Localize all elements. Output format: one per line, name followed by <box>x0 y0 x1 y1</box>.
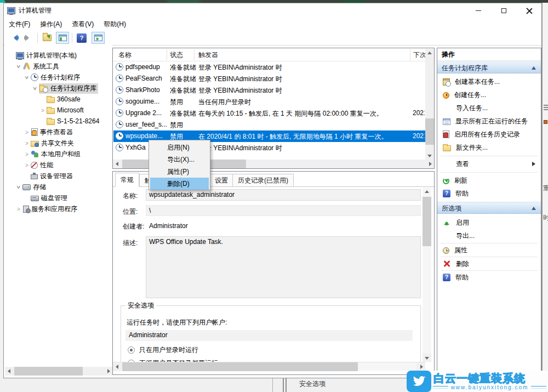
tab-settings[interactable]: 设置 <box>209 174 233 187</box>
radio-run-when-logged-on[interactable]: 只在用户登录时运行 <box>128 345 198 355</box>
back-button[interactable] <box>8 32 21 44</box>
task-row[interactable]: user_feed_s...禁用 <box>113 119 425 130</box>
column-header-name[interactable]: 名称 <box>118 50 132 60</box>
scroll-right-icon[interactable] <box>104 367 112 376</box>
chevron-down-icon[interactable] <box>31 86 39 92</box>
tree-item-computer-management[interactable]: 计算机管理(本地) <box>5 50 112 61</box>
task-row[interactable]: sogouime...禁用当任何用户登录时 <box>113 96 425 107</box>
tree-item-task-scheduler[interactable]: 任务计划程序 <box>5 72 112 83</box>
tree-item-performance[interactable]: 性能 <box>5 160 112 171</box>
tree-item-device-manager[interactable]: 设备管理器 <box>5 171 112 181</box>
chevron-right-icon[interactable] <box>15 206 22 212</box>
tree-item-360safe[interactable]: 360safe <box>5 94 112 105</box>
selected-tree-item[interactable]: 任务计划程序库 <box>39 83 98 94</box>
details-horizontal-scrollbar[interactable] <box>113 362 425 371</box>
chevron-right-icon[interactable] <box>23 151 31 157</box>
tree-item-shared-folders[interactable]: 共享文件夹 <box>5 138 112 149</box>
action-delete[interactable]: 删除 <box>437 257 541 270</box>
chevron-down-icon[interactable] <box>23 75 31 81</box>
chevron-right-icon[interactable] <box>23 129 31 135</box>
chevron-down-icon[interactable] <box>15 64 22 70</box>
tree-item-system-tools[interactable]: 系统工具 <box>5 61 112 72</box>
show-console-tree-button[interactable] <box>56 32 69 44</box>
tree-item-event-viewer[interactable]: 事件查看器 <box>5 127 112 138</box>
tree-item-disk-management[interactable]: 磁盘管理 <box>5 192 112 203</box>
radio-selected-icon[interactable] <box>128 346 135 354</box>
chevron-right-icon[interactable] <box>39 107 47 113</box>
tree-item-services-apps[interactable]: 服务和应用程序 <box>5 203 112 214</box>
scrollbar-thumb[interactable] <box>425 118 434 145</box>
close-button[interactable] <box>516 3 541 18</box>
section-header-task-library[interactable]: 任务计划程序库 <box>437 61 541 73</box>
scroll-right-icon[interactable] <box>425 160 434 168</box>
task-icon <box>116 86 123 94</box>
scroll-left-icon[interactable] <box>113 160 122 168</box>
export-list-button[interactable] <box>41 32 54 44</box>
context-menu-properties[interactable]: 属性(P) <box>150 166 209 178</box>
show-action-pane-button[interactable] <box>92 32 105 44</box>
menu-bar: 文件(F) 操作(A) 查看(V) 帮助(H) <box>4 18 541 31</box>
task-row[interactable]: Upgrade 2...准备就绪在每天的 10:15 - 触发后, 在 1 天 … <box>113 107 425 119</box>
tab-history[interactable]: 历史记录(已禁用) <box>232 174 294 187</box>
task-icon <box>116 132 123 140</box>
scrollbar-thumb[interactable] <box>14 367 83 376</box>
action-help[interactable]: 帮助 <box>437 187 541 200</box>
task-row[interactable]: pdfspeedup准备就绪登录 YEBIN\Administrator 时 <box>113 61 425 73</box>
action-export[interactable]: 导出... <box>437 229 541 242</box>
action-view[interactable]: 查看 <box>437 157 541 171</box>
menu-help[interactable]: 帮助(H) <box>99 18 131 31</box>
collapse-icon[interactable] <box>532 207 536 210</box>
chevron-down-icon[interactable] <box>15 184 22 190</box>
action-create-basic-task[interactable]: 创建基本任务... <box>437 75 541 88</box>
column-header-next[interactable]: 下次 <box>413 50 426 60</box>
action-properties[interactable]: 属性 <box>437 243 541 257</box>
task-row[interactable]: SharkPhoto准备就绪登录 YEBIN\Administrator 时 <box>113 84 425 96</box>
scroll-left-icon[interactable] <box>113 362 122 371</box>
context-menu-export[interactable]: 导出(X)... <box>150 154 209 166</box>
description-field[interactable]: WPS Office Update Task. <box>146 236 421 298</box>
security-options-group: 安全选项 运行任务时，请使用下列用户帐户: Administrator 只在用户… <box>121 305 421 367</box>
title-bar[interactable]: 计算机管理 <box>4 3 541 18</box>
scroll-down-icon[interactable] <box>425 151 434 160</box>
menu-action[interactable]: 操作(A) <box>35 18 67 31</box>
action-display-running-tasks[interactable]: 显示所有正在运行的任务 <box>437 115 541 128</box>
scrollbar-thumb[interactable] <box>423 197 431 246</box>
scroll-down-icon[interactable] <box>423 353 431 362</box>
tree-item-storage[interactable]: 存储 <box>5 181 112 192</box>
chevron-right-icon[interactable] <box>23 140 31 146</box>
tree-item-local-users[interactable]: 本地用户和组 <box>5 149 112 160</box>
section-header-selected-item[interactable]: 所选项 <box>437 202 541 214</box>
action-new-folder[interactable]: 新文件夹... <box>437 141 541 154</box>
tree-item-task-scheduler-library[interactable]: 任务计划程序库 <box>5 83 112 94</box>
forward-icon <box>24 35 32 41</box>
tree-horizontal-scrollbar[interactable] <box>5 367 112 376</box>
forward-button[interactable] <box>21 32 35 44</box>
column-header-status[interactable]: 状态 <box>170 50 183 60</box>
tree-item-sid-folder[interactable]: S-1-5-21-8264 <box>5 116 112 127</box>
action-refresh[interactable]: 刷新 <box>437 174 541 187</box>
chevron-right-icon[interactable] <box>23 162 31 168</box>
action-enable[interactable]: 启用 <box>437 216 541 229</box>
action-create-task[interactable]: 创建任务... <box>437 88 541 101</box>
action-import-task[interactable]: 导入任务... <box>437 101 541 115</box>
scrollbar-thumb[interactable] <box>122 362 358 371</box>
context-menu-enable[interactable]: 启用(N) <box>150 141 209 154</box>
details-vertical-scrollbar[interactable] <box>423 188 431 362</box>
list-vertical-scrollbar[interactable] <box>425 49 434 160</box>
scroll-left-icon[interactable] <box>5 367 14 376</box>
tree-item-microsoft[interactable]: Microsoft <box>5 105 112 116</box>
task-row[interactable]: PeaFSearch准备就绪登录 YEBIN\Administrator 时 <box>113 73 425 84</box>
action-help-selected[interactable]: 帮助 <box>437 271 541 284</box>
scroll-right-icon[interactable] <box>416 362 425 371</box>
column-header-triggers[interactable]: 触发器 <box>198 50 218 60</box>
help-button[interactable] <box>75 32 88 44</box>
maximize-button[interactable] <box>491 3 516 18</box>
tab-general[interactable]: 常规 <box>115 173 139 187</box>
menu-view[interactable]: 查看(V) <box>67 18 99 31</box>
action-enable-task-history[interactable]: 启用所有任务历史记录 <box>437 128 541 141</box>
collapse-icon[interactable] <box>532 66 536 70</box>
name-field[interactable]: wpsupdatetask_administrator <box>146 189 421 201</box>
menu-file[interactable]: 文件(F) <box>4 18 35 31</box>
context-menu-delete[interactable]: 删除(D) <box>150 178 209 190</box>
minimize-button[interactable] <box>466 3 491 18</box>
